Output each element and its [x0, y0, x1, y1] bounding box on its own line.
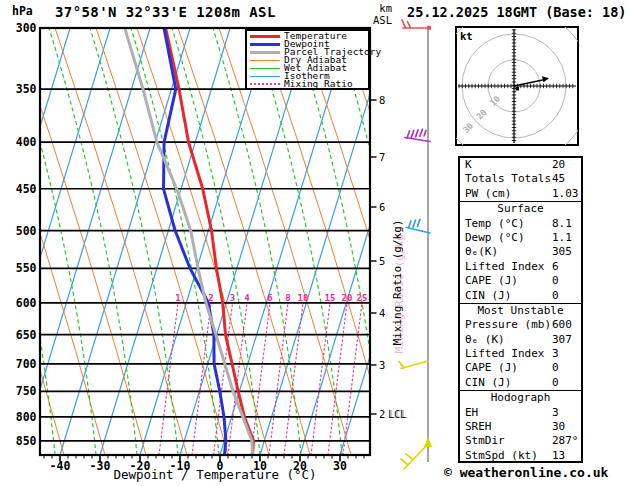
pressure-tick-label: 700	[16, 357, 37, 371]
table-row: θₑ(K)305	[460, 245, 581, 259]
wind-barb-stroke	[407, 228, 431, 234]
wind-barb-stroke	[409, 221, 412, 228]
pressure-tick-label: 400	[16, 135, 37, 149]
table-row: SREH30	[460, 420, 581, 434]
table-row-value: 600	[552, 318, 572, 332]
table-row-value: 45	[552, 172, 565, 186]
mixing-ratio-line	[269, 303, 288, 455]
mixing-ratio-axis-label: Mixing Ratio (g/kg)	[391, 198, 404, 368]
wind-barb-stroke	[411, 130, 414, 137]
mixing-ratio-value-label: 20	[342, 293, 353, 303]
table-section-hodograph: HodographEH3SREH30StmDir287°StmSpd (kt)1…	[460, 390, 581, 463]
wind-barb-stroke	[408, 22, 411, 29]
table-section-indices: K20Totals Totals45PW (cm)1.03	[460, 158, 581, 201]
table-row-value: 305	[552, 245, 572, 259]
table-row-value: 6	[552, 260, 559, 274]
legend-line-sample	[250, 51, 280, 54]
datetime-title: 25.12.2025 18GMT (Base: 18)	[407, 4, 626, 20]
table-row-value: 3	[552, 347, 559, 361]
table-row: K20	[460, 158, 581, 172]
legend-line-sample	[250, 83, 280, 85]
wind-barb-stroke	[418, 219, 421, 226]
pressure-tick-label: 800	[16, 410, 37, 424]
wind-barb-stroke	[406, 454, 413, 460]
km-tick-label: 4	[379, 307, 385, 319]
asl-label: ASL	[352, 14, 392, 26]
mixing-ratio-value-label: 25	[357, 293, 368, 303]
table-row: CAPE (J)0	[460, 361, 581, 375]
table-row-label: Lifted Index	[465, 347, 544, 361]
altitude-axis-unit: km ASL	[352, 2, 392, 26]
table-row-value: 20	[552, 158, 565, 172]
table-row-value: 3	[552, 406, 559, 420]
mixing-ratio-value-label: 1	[175, 293, 180, 303]
table-row-label: Totals Totals	[465, 172, 551, 186]
km-tick-label: 7	[379, 151, 385, 163]
table-row-value: 1.03	[552, 187, 579, 201]
table-section-most-unstable: Most UnstablePressure (mb)600θₑ (K)307Li…	[460, 303, 581, 390]
table-row-label: θₑ (K)	[465, 333, 505, 347]
table-row: Temp (°C)8.1	[460, 217, 581, 231]
pressure-tick-label: 500	[16, 224, 37, 238]
km-tick-label: 8	[379, 94, 385, 106]
table-row: EH3	[460, 406, 581, 420]
wet-adiabat-line	[0, 28, 14, 455]
table-row: CIN (J)0	[460, 376, 581, 390]
indices-table: K20Totals Totals45PW (cm)1.03SurfaceTemp…	[458, 156, 583, 463]
pressure-tick-label: 850	[16, 434, 37, 448]
table-row-label: K	[465, 158, 472, 172]
table-row: Lifted Index6	[460, 260, 581, 274]
temp-tick-label: -40	[50, 459, 71, 473]
legend-line-sample	[250, 60, 280, 61]
table-row-label: StmSpd (kt)	[465, 449, 538, 463]
wind-barb-head	[427, 26, 431, 30]
sounding-page: 1234681015202530035040045050055060065070…	[0, 0, 629, 486]
wind-barb-stroke	[401, 459, 408, 465]
table-row-label: EH	[465, 406, 478, 420]
mixing-ratio-value-label: 15	[325, 293, 336, 303]
pressure-tick-label: 750	[16, 384, 37, 398]
table-row-value: 0	[552, 376, 559, 390]
table-row: θₑ (K)307	[460, 333, 581, 347]
table-row-label: Lifted Index	[465, 260, 544, 274]
pressure-tick-label: 650	[16, 328, 37, 342]
wind-barb-stroke	[416, 130, 419, 137]
mixing-ratio-value-label: 3	[230, 293, 235, 303]
mixing-ratio-value-label: 6	[267, 293, 272, 303]
legend-item-label: Mixing Ratio	[284, 80, 353, 88]
mixing-ratio-line	[284, 303, 303, 455]
table-section-header: Hodograph	[460, 391, 581, 405]
table-row-value: 8.1	[552, 217, 572, 231]
legend-item-mixing-ratio: Mixing Ratio	[250, 80, 368, 88]
pressure-tick-label: 450	[16, 182, 37, 196]
wind-barb-stroke	[424, 131, 426, 136]
km-tick-label: 6	[379, 201, 385, 213]
legend-line-sample	[250, 35, 280, 38]
km-tick-label: 2	[379, 408, 385, 420]
table-row-label: PW (cm)	[465, 187, 511, 201]
table-row-label: CIN (J)	[465, 376, 511, 390]
wind-barb-stroke	[413, 220, 416, 227]
table-row-value: 0	[552, 361, 559, 375]
table-row: Dewp (°C)1.1	[460, 231, 581, 245]
wind-barb-stroke	[420, 129, 423, 136]
table-row-value: 287°	[552, 434, 579, 448]
legend-line-sample	[250, 68, 280, 69]
hodograph-origin-marker	[516, 87, 520, 91]
table-row-label: CAPE (J)	[465, 274, 518, 288]
station-title: 37°58'N 32°33'E 1208m ASL	[55, 4, 276, 20]
table-row-label: θₑ(K)	[465, 245, 498, 259]
table-row-label: Dewp (°C)	[465, 231, 525, 245]
km-tick-label: 5	[379, 255, 385, 267]
mixing-ratio-value-label: 10	[298, 293, 309, 303]
table-row-value: 0	[552, 274, 559, 288]
x-axis-label: Dewpoint / Temperature (°C)	[90, 467, 340, 482]
pressure-axis-labels: 300350400450500550600650700750800850	[16, 21, 37, 448]
table-row-label: Temp (°C)	[465, 217, 525, 231]
table-row-label: CAPE (J)	[465, 361, 518, 375]
legend: TemperatureDewpointParcel TrajectoryDry …	[245, 29, 370, 90]
table-section-header: Surface	[460, 202, 581, 216]
table-row-value: 30	[552, 420, 565, 434]
table-section-surface: SurfaceTemp (°C)8.1Dewp (°C)1.1θₑ(K)305L…	[460, 201, 581, 303]
pressure-tick-label: 350	[16, 82, 37, 96]
